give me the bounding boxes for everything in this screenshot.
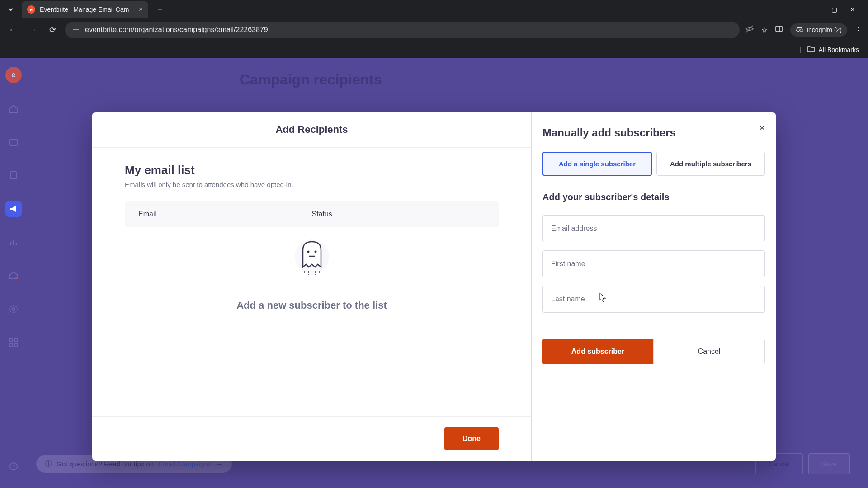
incognito-badge[interactable]: Incognito (2) xyxy=(790,23,847,37)
window-controls: — ▢ ✕ xyxy=(812,6,864,13)
page-content: e ? Campaign recipi xyxy=(0,58,868,488)
subscriber-mode-tabs: Add a single subscriber Add multiple sub… xyxy=(542,152,765,176)
form-actions: Add subscriber Cancel xyxy=(542,339,765,364)
all-bookmarks-label: All Bookmarks xyxy=(819,46,859,53)
done-button[interactable]: Done xyxy=(444,427,499,450)
new-tab-button[interactable]: + xyxy=(154,3,166,16)
svg-rect-0 xyxy=(73,28,79,28)
email-list-section: My email list Emails will only be sent t… xyxy=(92,148,531,416)
incognito-label: Incognito (2) xyxy=(807,26,842,33)
tab-close-icon[interactable]: × xyxy=(139,5,143,14)
modal-close-button[interactable]: × xyxy=(759,122,765,134)
subscribers-table-header: Email Status xyxy=(125,201,499,227)
svg-point-6 xyxy=(800,29,803,32)
folder-icon xyxy=(807,45,815,54)
add-subscriber-button[interactable]: Add subscriber xyxy=(542,339,653,364)
side-panel-icon[interactable] xyxy=(775,25,783,35)
back-button[interactable]: ← xyxy=(5,23,20,37)
tab-bar: e Eventbrite | Manage Email Cam × + — ▢ … xyxy=(0,0,868,19)
url-bar[interactable]: eventbrite.com/organizations/campaigns/e… xyxy=(65,22,740,38)
all-bookmarks-button[interactable]: All Bookmarks xyxy=(807,45,859,54)
nav-bar: ← → ⟳ eventbrite.com/organizations/campa… xyxy=(0,19,868,41)
subscriber-details-title: Add your subscriber's details xyxy=(542,192,765,202)
svg-point-24 xyxy=(314,251,316,253)
ghost-icon xyxy=(294,236,330,282)
browser-menu-icon[interactable]: ⋮ xyxy=(854,25,863,35)
email-address-input[interactable] xyxy=(542,215,765,242)
bookmark-star-icon[interactable]: ☆ xyxy=(761,26,768,34)
empty-state: Add a new subscriber to the list xyxy=(125,227,499,311)
list-description: Emails will only be sent to attendees wh… xyxy=(125,181,499,188)
tab-title: Eventbrite | Manage Email Cam xyxy=(40,6,135,13)
manually-add-title: Manually add subscribers xyxy=(542,127,765,139)
modal-left-footer: Done xyxy=(92,416,531,461)
svg-line-2 xyxy=(746,26,753,32)
svg-rect-1 xyxy=(73,29,79,30)
reload-button[interactable]: ⟳ xyxy=(45,23,60,37)
column-header-status: Status xyxy=(312,210,486,218)
column-header-email: Email xyxy=(138,210,312,218)
modal-right-panel: Manually add subscribers Add a single su… xyxy=(532,112,776,461)
url-text: eventbrite.com/organizations/campaigns/e… xyxy=(85,26,268,34)
tab-multiple-subscribers[interactable]: Add multiple subscribers xyxy=(656,152,765,176)
modal-left-panel: Add Recipients My email list Emails will… xyxy=(92,112,532,461)
cancel-button[interactable]: Cancel xyxy=(653,339,765,364)
maximize-icon[interactable]: ▢ xyxy=(831,6,837,13)
empty-state-text: Add a new subscriber to the list xyxy=(236,300,387,311)
minimize-icon[interactable]: — xyxy=(812,6,819,13)
add-recipients-modal: × Add Recipients My email list Emails wi… xyxy=(92,112,776,461)
nav-icons: ☆ Incognito (2) ⋮ xyxy=(745,23,863,37)
browser-tab[interactable]: e Eventbrite | Manage Email Cam × xyxy=(22,1,148,18)
tab-single-subscriber[interactable]: Add a single subscriber xyxy=(542,152,652,176)
bookmarks-bar: | All Bookmarks xyxy=(0,41,868,58)
svg-point-5 xyxy=(797,29,800,32)
svg-rect-3 xyxy=(776,26,782,32)
browser-chrome: e Eventbrite | Manage Email Cam × + — ▢ … xyxy=(0,0,868,58)
list-name: My email list xyxy=(125,163,499,177)
site-info-icon[interactable] xyxy=(72,25,80,34)
svg-point-23 xyxy=(307,251,309,253)
last-name-input[interactable] xyxy=(542,286,765,313)
modal-header: Add Recipients xyxy=(92,112,531,148)
incognito-icon xyxy=(796,26,804,34)
modal-body: Add Recipients My email list Emails will… xyxy=(92,112,776,461)
bookmarks-divider: | xyxy=(799,46,801,54)
first-name-input[interactable] xyxy=(542,250,765,277)
close-window-icon[interactable]: ✕ xyxy=(850,6,855,13)
tab-search-dropdown[interactable] xyxy=(4,2,18,17)
modal-title: Add Recipients xyxy=(110,124,513,136)
forward-button[interactable]: → xyxy=(25,23,40,37)
modal-backdrop[interactable]: × Add Recipients My email list Emails wi… xyxy=(0,58,868,488)
eye-off-icon[interactable] xyxy=(745,24,754,35)
eventbrite-favicon-icon: e xyxy=(27,5,35,14)
